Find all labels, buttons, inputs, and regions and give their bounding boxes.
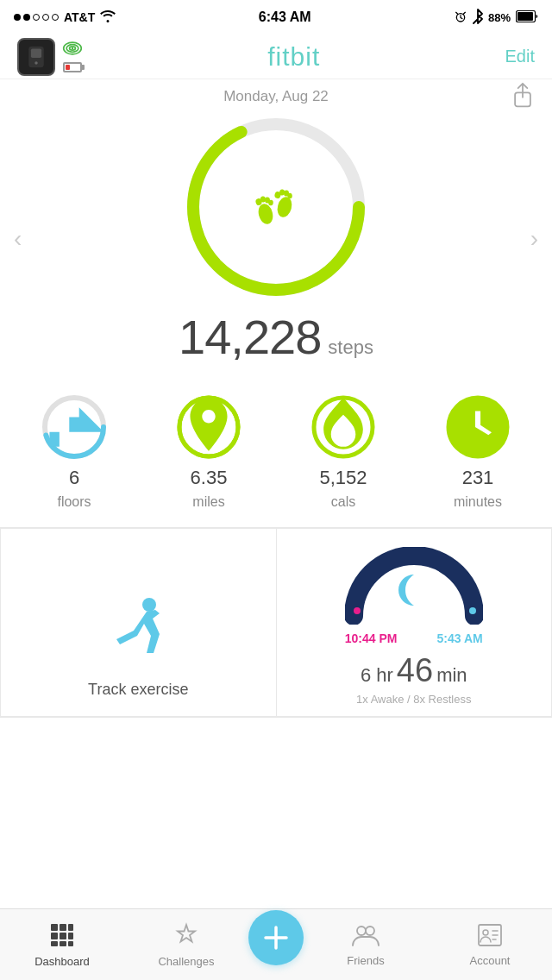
svg-rect-4 <box>31 48 41 58</box>
svg-rect-37 <box>68 933 73 939</box>
tab-friends-label: Friends <box>347 954 384 967</box>
cals-value: 5,152 <box>319 467 367 489</box>
svg-point-9 <box>72 47 74 50</box>
stat-cals[interactable]: 5,152 cals <box>309 393 378 510</box>
signal-dot-2 <box>23 14 30 21</box>
exercise-label: Track exercise <box>88 681 188 699</box>
signal-dot-5 <box>52 14 59 21</box>
sleep-gauge <box>345 547 483 625</box>
tab-challenges-label: Challenges <box>158 955 214 968</box>
battery-icon <box>516 10 538 25</box>
wifi-icon <box>100 10 116 25</box>
battery-fill <box>66 65 70 70</box>
sleep-mins-label: min <box>436 664 467 687</box>
miles-value: 6.35 <box>191 467 228 489</box>
challenges-icon <box>173 922 199 952</box>
svg-point-29 <box>142 598 156 612</box>
sync-icon <box>62 41 83 60</box>
sleep-tile[interactable]: 10:44 PM 5:43 AM 6 hr 46 min 1x Awake / … <box>276 528 553 717</box>
cals-circle <box>309 393 378 462</box>
alarm-icon <box>454 9 467 26</box>
stat-floors[interactable]: 6 floors <box>40 393 109 510</box>
tab-challenges[interactable]: Challenges <box>124 915 248 975</box>
tab-dashboard-label: Dashboard <box>34 955 90 968</box>
app-header: fitbit Edit <box>0 35 552 79</box>
tab-account-label: Account <box>470 954 511 967</box>
run-icon <box>99 594 177 667</box>
tab-account[interactable]: Account <box>428 916 552 974</box>
device-battery-low <box>63 62 82 72</box>
svg-rect-32 <box>51 924 58 931</box>
dashboard-icon <box>49 922 75 952</box>
signal-dot-1 <box>14 14 21 21</box>
steps-unit: steps <box>328 336 373 359</box>
tab-add-button[interactable] <box>248 910 304 965</box>
svg-point-31 <box>469 607 476 614</box>
date-row: Monday, Aug 22 <box>0 88 552 105</box>
miles-unit: miles <box>192 494 224 510</box>
svg-rect-34 <box>68 924 73 931</box>
sleep-mins-num: 46 <box>397 652 433 689</box>
bluetooth-icon <box>473 9 483 27</box>
svg-point-44 <box>483 930 488 935</box>
floors-unit: floors <box>57 494 91 510</box>
tiles-row: Track exercise 10:44 PM 5:43 AM <box>0 528 552 718</box>
steps-count-row: 14,228 steps <box>179 302 373 365</box>
stat-miles[interactable]: 6.35 miles <box>174 393 243 510</box>
svg-rect-38 <box>51 941 58 946</box>
next-day-button[interactable]: › <box>530 227 538 251</box>
svg-rect-35 <box>51 933 58 939</box>
edit-button[interactable]: Edit <box>505 47 535 66</box>
tab-dashboard[interactable]: Dashboard <box>0 915 124 975</box>
svg-rect-2 <box>518 12 533 21</box>
main-content: Monday, Aug 22 ‹ › <box>0 79 552 718</box>
prev-day-button[interactable]: ‹ <box>14 227 22 251</box>
tab-friends[interactable]: Friends <box>304 916 428 974</box>
floors-value: 6 <box>69 467 79 489</box>
minutes-value: 231 <box>462 467 494 489</box>
steps-section: ‹ › <box>0 112 552 365</box>
minutes-circle <box>443 393 512 462</box>
current-date: Monday, Aug 22 <box>223 88 329 105</box>
status-time: 6:43 AM <box>259 9 311 25</box>
stats-row: 6 floors 6.35 miles <box>0 379 552 528</box>
svg-rect-33 <box>60 924 66 931</box>
status-right: 88% <box>454 9 538 27</box>
svg-rect-39 <box>60 941 66 946</box>
signal-strength <box>14 14 59 21</box>
tab-bar: Dashboard Challenges Friends <box>0 908 552 980</box>
exercise-tile[interactable]: Track exercise <box>0 528 276 717</box>
svg-point-5 <box>34 61 38 65</box>
svg-rect-40 <box>68 941 73 946</box>
svg-point-30 <box>354 607 361 614</box>
carrier-label: AT&T <box>64 10 95 24</box>
app-title: fitbit <box>267 42 320 72</box>
friends-icon <box>351 923 380 951</box>
steps-count: 14,228 <box>179 309 321 365</box>
sleep-duration: 6 hr 46 min <box>361 652 467 689</box>
device-thumbnail <box>17 38 55 76</box>
sleep-end-time: 5:43 AM <box>437 631 483 645</box>
svg-point-41 <box>357 927 366 935</box>
floors-circle <box>40 393 109 462</box>
svg-point-42 <box>366 927 374 935</box>
battery-percent: 88% <box>488 11 511 24</box>
svg-rect-36 <box>60 933 66 939</box>
sleep-hours: 6 hr <box>361 664 393 687</box>
sleep-note: 1x Awake / 8x Restless <box>356 693 471 706</box>
miles-circle <box>174 393 243 462</box>
stat-minutes[interactable]: 231 minutes <box>443 393 512 510</box>
signal-dot-3 <box>33 14 40 21</box>
device-info <box>17 38 83 76</box>
share-button[interactable] <box>511 82 535 112</box>
minutes-unit: minutes <box>454 494 502 510</box>
cals-unit: cals <box>331 494 355 510</box>
account-icon <box>477 923 503 951</box>
device-status <box>62 41 83 72</box>
sleep-times: 10:44 PM 5:43 AM <box>345 631 483 645</box>
sleep-start-time: 10:44 PM <box>345 631 398 645</box>
status-bar: AT&T 6:43 AM 88% <box>0 0 552 35</box>
status-left: AT&T <box>14 10 116 25</box>
steps-circle <box>181 112 371 302</box>
signal-dot-4 <box>42 14 49 21</box>
